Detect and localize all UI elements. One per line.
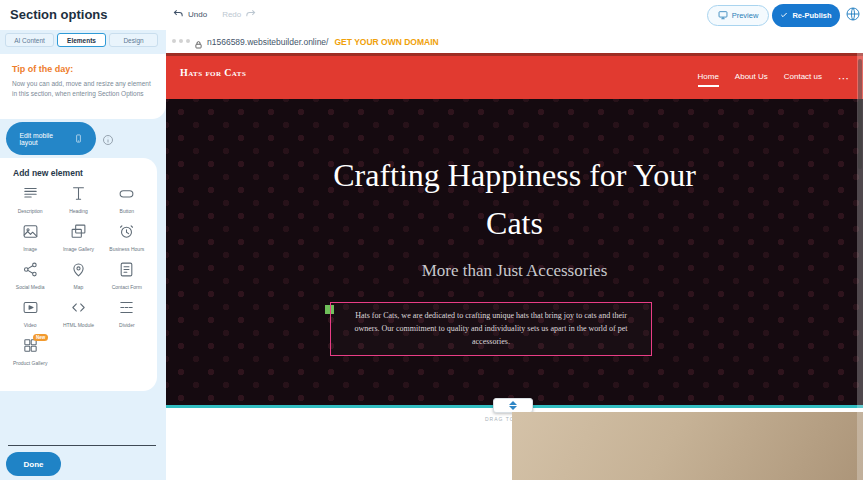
add-element-panel: Add new element Description Heading Butt…: [0, 158, 157, 391]
nav-more-icon[interactable]: ⋯: [838, 72, 849, 85]
history-controls: Undo Redo: [173, 8, 256, 21]
redo-icon: [245, 8, 256, 21]
tab-ai-content[interactable]: AI Content: [5, 33, 54, 47]
element-business-hours[interactable]: Business Hours: [104, 223, 150, 261]
phone-icon: [74, 131, 83, 147]
map-pin-icon: [70, 261, 87, 282]
tab-label: Design: [123, 37, 143, 44]
element-contact-form[interactable]: Contact Form: [104, 261, 150, 299]
element-label: HTML Module: [63, 322, 94, 329]
nav-item-about[interactable]: About Us: [735, 72, 768, 87]
preview-label: Preview: [732, 11, 759, 20]
site-nav: Home About Us Contact us ⋯: [698, 53, 850, 99]
tab-label: Elements: [67, 37, 96, 44]
element-label: Business Hours: [109, 246, 144, 253]
next-section-image[interactable]: [512, 412, 863, 480]
section-options-sidebar: AI Content Elements Design Tip of the da…: [0, 30, 166, 480]
window-dots-icon: [172, 39, 190, 43]
arrow-up-icon: [509, 401, 517, 405]
lock-icon: [194, 36, 203, 54]
sidebar-divider: [8, 445, 156, 446]
element-image-gallery[interactable]: Image Gallery: [55, 223, 101, 261]
social-media-icon: [22, 261, 39, 282]
arrow-down-icon: [509, 406, 517, 410]
image-gallery-icon: [70, 223, 87, 244]
scrollbar-thumb[interactable]: [858, 59, 862, 169]
heading-icon: [70, 185, 87, 206]
image-icon: [22, 223, 39, 244]
element-label: Product Gallery: [13, 360, 47, 367]
element-divider[interactable]: Divider: [104, 299, 150, 337]
element-button[interactable]: Button: [104, 185, 150, 223]
edit-mobile-layout-button[interactable]: Edit mobile layout: [6, 122, 96, 155]
globe-icon: [845, 8, 861, 25]
video-icon: [22, 299, 39, 320]
add-element-title: Add new element: [13, 168, 83, 178]
undo-icon: [173, 8, 184, 21]
element-product-gallery[interactable]: New Product Gallery: [7, 337, 53, 375]
element-video[interactable]: Video: [7, 299, 53, 337]
element-social-media[interactable]: Social Media: [7, 261, 53, 299]
element-image[interactable]: Image: [7, 223, 53, 261]
sidebar-tabs: AI Content Elements Design: [5, 33, 158, 47]
edit-mobile-label: Edit mobile layout: [20, 132, 68, 146]
description-icon: [22, 185, 39, 206]
element-label: Image Gallery: [63, 246, 94, 253]
tab-design[interactable]: Design: [109, 33, 158, 47]
code-icon: [70, 299, 87, 320]
site-preview: Hats for Cats Home About Us Contact us ⋯…: [166, 53, 863, 480]
info-button[interactable]: [102, 132, 114, 144]
element-heading[interactable]: Heading: [55, 185, 101, 223]
app-topbar: Section options Undo Redo Preview Re-Pub…: [0, 0, 863, 30]
tip-title: Tip of the day:: [12, 64, 73, 74]
redo-label: Redo: [222, 10, 241, 19]
business-hours-icon: [118, 223, 135, 244]
monitor-icon: [718, 10, 728, 22]
browser-address-bar: n1566589.websitebuilder.online/ GET YOUR…: [166, 30, 863, 53]
language-globe-button[interactable]: [845, 6, 861, 22]
page-title: Section options: [10, 7, 108, 22]
element-grid: Description Heading Button Image Image G…: [6, 185, 151, 375]
hero-title[interactable]: Crafting Happiness for Your Cats: [305, 151, 725, 247]
element-description[interactable]: Description: [7, 185, 53, 223]
element-label: Map: [74, 284, 84, 291]
element-label: Divider: [119, 322, 135, 329]
done-button[interactable]: Done: [6, 452, 61, 476]
republish-label: Re-Publish: [792, 11, 831, 20]
get-domain-link[interactable]: GET YOUR OWN DOMAIN: [334, 37, 438, 47]
element-html-module[interactable]: HTML Module: [55, 299, 101, 337]
preview-button[interactable]: Preview: [707, 5, 769, 26]
contact-form-icon: [118, 261, 135, 282]
redo-button[interactable]: Redo: [222, 8, 256, 21]
undo-button[interactable]: Undo: [173, 8, 207, 21]
preview-scrollbar: [857, 53, 863, 480]
element-label: Contact Form: [112, 284, 142, 291]
element-map[interactable]: Map: [55, 261, 101, 299]
new-badge: New: [33, 334, 48, 341]
info-icon: [102, 132, 114, 149]
element-label: Heading: [69, 208, 88, 215]
element-label: Social Media: [16, 284, 45, 291]
site-url[interactable]: n1566589.websitebuilder.online/: [207, 37, 328, 47]
tip-of-the-day-panel: Tip of the day: Now you can add, move an…: [0, 54, 166, 119]
hero-description-textbox[interactable]: Hats for Cats, we are dedicated to craft…: [330, 302, 652, 356]
button-icon: [118, 185, 135, 206]
site-header-section[interactable]: Hats for Cats Home About Us Contact us ⋯: [166, 53, 863, 99]
check-icon: [780, 11, 788, 21]
element-label: Description: [18, 208, 43, 215]
tip-body: Now you can add, move and resize any ele…: [12, 79, 152, 99]
tab-elements[interactable]: Elements: [57, 33, 106, 47]
undo-label: Undo: [188, 10, 207, 19]
element-label: Video: [24, 322, 37, 329]
republish-button[interactable]: Re-Publish: [772, 4, 840, 27]
element-label: Button: [120, 208, 134, 215]
element-label: Image: [23, 246, 37, 253]
section-resize-handle[interactable]: [493, 398, 533, 413]
hero-subtitle[interactable]: More than Just Accessories: [166, 261, 863, 281]
hero-section[interactable]: Crafting Happiness for Your Cats More th…: [166, 99, 863, 406]
site-logo[interactable]: Hats for Cats: [180, 67, 246, 78]
nav-item-contact[interactable]: Contact us: [784, 72, 822, 87]
tab-label: AI Content: [14, 37, 45, 44]
nav-item-home[interactable]: Home: [698, 72, 719, 87]
divider-icon: [118, 299, 135, 320]
